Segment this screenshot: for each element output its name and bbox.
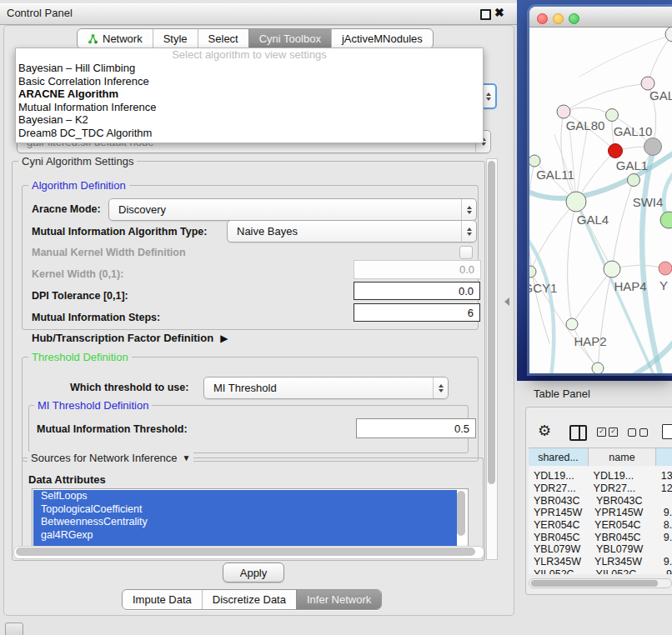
manual-kernel-checkbox[interactable] — [459, 246, 473, 259]
table-cell: YLR345W — [591, 556, 659, 568]
network-node-HAP4[interactable] — [604, 261, 620, 278]
checked-box-icon: ✓ — [609, 428, 618, 437]
network-edge — [568, 202, 576, 324]
algorithm-option[interactable]: Dream8 DC_TDC Algorithm — [16, 127, 483, 140]
unselect-all-columns-button[interactable] — [628, 428, 648, 437]
tab-select[interactable]: Select — [198, 29, 248, 48]
horizontal-scrollbar-thumb[interactable] — [16, 548, 475, 556]
table-cell: YER054C — [529, 519, 591, 531]
network-node-right-green[interactable] — [660, 212, 672, 228]
gear-icon: ⚙ — [538, 422, 551, 439]
network-node-label: GAL11 — [536, 168, 574, 182]
network-node-top-partial[interactable] — [665, 27, 672, 42]
which-threshold-combo[interactable]: MI Threshold — [203, 377, 449, 399]
algorithm-definition-title: Algorithm Definition — [28, 179, 129, 192]
network-node-label: GAL10 — [614, 124, 653, 138]
zoom-traffic-icon[interactable] — [569, 13, 579, 24]
table-row[interactable]: YBR045CYBR045C9. — [529, 531, 672, 543]
dpi-tolerance-field[interactable]: 0.0 — [354, 282, 480, 300]
table-cell: YLR345W — [529, 556, 591, 568]
mi-steps-field[interactable]: 6 — [354, 303, 480, 322]
network-edge — [572, 269, 612, 324]
data-attributes-label: Data Attributes — [28, 473, 106, 486]
table-horizontal-scrollbar-thumb[interactable] — [531, 580, 658, 587]
mi-threshold-field[interactable]: 0.5 — [356, 418, 476, 438]
hub-definition-toggle[interactable]: Hub/Transcription Factor Definition ▶ — [32, 332, 228, 344]
table-cell: YBR043C — [593, 495, 663, 507]
kernel-width-field[interactable]: 0.0 — [354, 260, 481, 279]
table-cell: 9. — [659, 507, 672, 518]
network-node-GCY1[interactable] — [529, 266, 536, 278]
sources-toggle[interactable]: Sources for Network Inference ▼ — [28, 452, 193, 464]
algorithm-option[interactable]: Bayesian – K2 — [16, 113, 483, 127]
list-scrollbar-thumb[interactable] — [457, 491, 465, 536]
algorithm-option[interactable]: Mutual Information Inference — [16, 101, 483, 114]
network-canvas-svg[interactable]: GAL2GAL80GAL10GAL1GAL11SWI4GAL4GCY1HAP4Y… — [529, 27, 672, 373]
algorithm-option[interactable]: ARACNE Algorithm — [16, 88, 483, 101]
tab-infer-network[interactable]: Infer Network — [296, 590, 381, 609]
tab-cyni-toolbox[interactable]: Cyni Toolbox — [248, 29, 331, 48]
network-node-GAL4[interactable] — [566, 192, 586, 212]
table-row[interactable]: YER054CYER054C8. — [529, 519, 672, 532]
control-panel-titlebar — [0, 3, 517, 25]
network-view-window: GAL2GAL80GAL10GAL1GAL11SWI4GAL4GCY1HAP4Y… — [529, 7, 672, 373]
minimize-traffic-icon[interactable] — [553, 13, 564, 24]
minimized-panel-icon[interactable] — [5, 622, 23, 635]
network-edge — [530, 202, 576, 272]
network-node-label: GAL80 — [566, 118, 605, 132]
network-node-GAL10-hub[interactable] — [644, 138, 662, 156]
table-row[interactable]: YIL052CYIL052C9 — [529, 568, 672, 575]
vertical-scrollbar-thumb[interactable] — [488, 161, 495, 484]
data-attribute-item[interactable]: BetweennessCentrality — [33, 516, 457, 529]
data-attribute-item[interactable]: SelfLoops — [33, 490, 457, 503]
network-node-SWI4[interactable] — [628, 174, 640, 187]
float-window-icon[interactable] — [480, 9, 491, 20]
sources-title: Sources for Network Inference — [31, 452, 178, 464]
column-header-name[interactable]: name — [589, 448, 656, 466]
aracne-mode-combo[interactable]: Discovery — [108, 198, 477, 221]
mi-type-combo[interactable]: Naive Bayes — [227, 220, 477, 242]
screen: Control Panel ✖ Network Style Select Cyn… — [0, 0, 672, 635]
network-node-HAP2[interactable] — [566, 318, 578, 330]
tab-discretize-data[interactable]: Discretize Data — [202, 590, 296, 609]
tab-style[interactable]: Style — [153, 29, 198, 48]
network-node-GAL80[interactable] — [557, 105, 570, 118]
network-node-GAL1[interactable] — [609, 144, 623, 158]
table-row[interactable]: YDL19...YDL19...13 — [529, 470, 672, 482]
select-all-columns-button[interactable]: ✓✓ — [597, 428, 618, 437]
split-columns-icon[interactable] — [569, 425, 587, 441]
table-cell: YBR045C — [529, 532, 591, 543]
column-header-partial[interactable] — [656, 448, 672, 466]
algorithm-option[interactable]: Basic Correlation Inference — [16, 75, 483, 88]
column-header-shared[interactable]: shared... — [529, 448, 589, 466]
apply-button[interactable]: Apply — [223, 562, 284, 582]
network-node-Y-salmon[interactable] — [659, 262, 672, 275]
network-node-GAL11[interactable] — [529, 155, 540, 167]
table-cell: 9. — [659, 556, 672, 568]
divider-collapse-icon[interactable] — [504, 298, 509, 306]
table-row[interactable]: YPR145WYPR145W9. — [529, 507, 672, 519]
network-edge — [576, 127, 588, 202]
algorithm-option[interactable]: Bayesian – Hill Climbing — [16, 62, 483, 75]
close-traffic-icon[interactable] — [537, 13, 548, 24]
tab-network-label: Network — [103, 32, 143, 45]
tab-impute-data[interactable]: Impute Data — [123, 590, 202, 609]
network-node-GAL10[interactable] — [606, 109, 619, 122]
network-edge — [564, 83, 648, 112]
network-node-label: GAL4 — [577, 212, 609, 227]
close-icon[interactable]: ✖ — [494, 6, 504, 19]
table-cell: YDR27... — [529, 482, 590, 494]
table-settings-button[interactable]: ⚙ — [538, 423, 551, 439]
table-row[interactable]: YBL079WYBL079W — [529, 543, 672, 556]
network-window-titlebar[interactable] — [529, 7, 672, 28]
table-row[interactable]: YLR345WYLR345W9. — [529, 556, 672, 568]
table-cell: YPR145W — [591, 507, 659, 518]
data-attribute-item[interactable]: TopologicalCoefficient — [33, 503, 457, 517]
table-row[interactable]: YBR043CYBR043C — [529, 494, 672, 507]
tab-jactivemnodules[interactable]: jActiveMNodules — [331, 29, 433, 48]
tab-network[interactable]: Network — [78, 29, 153, 48]
data-attribute-item[interactable]: gal4RGexp — [33, 529, 457, 542]
table-row[interactable]: YDR27...YDR27...12 — [529, 482, 672, 495]
network-node-bottom[interactable] — [592, 362, 604, 373]
page-icon[interactable] — [662, 424, 672, 439]
